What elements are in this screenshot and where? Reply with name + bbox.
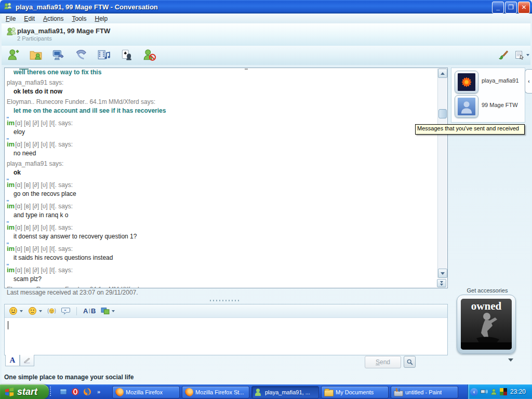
message-text-line: go on the recovs place [14, 190, 436, 198]
share-files-icon [29, 48, 43, 62]
message-sender-line: im[α] [ʙ] [∂] [υ] [ℓ[. says: [7, 180, 436, 190]
scroll-down-button[interactable] [438, 269, 447, 278]
participant-name: 99 Mage FTW [482, 102, 518, 108]
menu-tools[interactable]: Tools [68, 15, 90, 23]
wink-picker-button[interactable] [28, 307, 42, 315]
display-picture-menu-arrow[interactable] [508, 358, 513, 362]
participant-name: playa_mafia91 [482, 77, 519, 84]
quick-launch-overflow-button[interactable]: » [97, 389, 100, 395]
message-text-line: well theres one way to fix this [14, 68, 436, 77]
taskbar-button[interactable]: playa_mafia91, ... [251, 386, 319, 398]
jump-to-latest-button[interactable] [437, 279, 446, 287]
add-contact-icon [7, 48, 20, 62]
add-contact-button[interactable] [5, 47, 22, 63]
search-button[interactable] [404, 356, 416, 368]
display-picture: owned [461, 299, 512, 350]
media-icon [97, 48, 111, 62]
background-picker-button[interactable] [101, 307, 115, 315]
taskbar-button[interactable]: Mozilla Firefox St... [182, 386, 249, 398]
im-logo-icon: im [7, 223, 15, 231]
firefox-icon[interactable] [83, 388, 91, 396]
taskbar-button-label: Mozilla Firefox [126, 389, 163, 395]
voice-clip-button[interactable] [61, 307, 70, 315]
message-text-line: eloy [14, 128, 436, 137]
nudge-button[interactable] [47, 307, 56, 315]
video-call-button[interactable] [49, 47, 67, 63]
menu-actions[interactable]: Actions [39, 15, 68, 23]
taskbar-tasks: Mozilla FirefoxMozilla Firefox St...play… [112, 386, 458, 398]
message-text-line: and type in ranq k o [14, 211, 436, 220]
change-colors-button[interactable] [494, 47, 512, 63]
media-button[interactable] [95, 47, 113, 63]
display-picture-frame[interactable]: owned [457, 295, 516, 354]
messenger-conversation-window: playa_mafia91, 99 Mage FTW - Conversatio… [0, 0, 532, 399]
chat-history-panel: well theres one way to fix thisplaya_maf… [4, 68, 448, 288]
flower-avatar-image [457, 73, 476, 91]
owned-caption: owned [461, 300, 512, 313]
messenger-tray-icon[interactable] [490, 388, 498, 396]
menu-help[interactable]: Help [90, 15, 112, 23]
last-message-status: Last message received at 23:07 on 29/11/… [7, 289, 138, 296]
menu-file[interactable]: File [2, 15, 20, 23]
im-logo-icon: im [7, 119, 15, 127]
title-bar: playa_mafia91, 99 Mage FTW - Conversatio… [0, 0, 532, 14]
avatar[interactable] [455, 95, 478, 118]
panel-splitter[interactable] [4, 298, 447, 302]
chevron-left-icon: ‹ [473, 389, 475, 395]
network-monitor-icon[interactable] [480, 388, 488, 396]
message-text-line: scam plz? [14, 275, 436, 284]
scroll-up-button[interactable] [438, 69, 447, 78]
message-sender-line: im[α] [ʙ] [∂] [υ] [ℓ[. says: [7, 140, 436, 149]
voice-clip-icon [61, 307, 70, 315]
splitter-handle[interactable] [210, 300, 241, 301]
message-text-line: it doenst say answer to recovery questio… [14, 232, 436, 241]
message-sender-line: im[α] [ʙ] [∂] [υ] [ℓ[. says: [7, 223, 436, 232]
sidebar-collapse-button[interactable]: ‹ [525, 69, 532, 94]
block-contact-button[interactable] [141, 47, 158, 63]
send-button[interactable]: Send [365, 356, 401, 368]
games-button[interactable] [118, 47, 136, 63]
conversation-header: playa_mafia91, 99 Mage FTW 2 Participant… [2, 23, 530, 46]
smiley-icon [9, 307, 18, 315]
message-layout-button[interactable] [511, 47, 532, 63]
paint-icon [394, 391, 403, 396]
im-logo-icon: im [7, 181, 15, 189]
avatar[interactable] [455, 71, 478, 94]
taskbar-button-label: My Documents [336, 389, 374, 395]
opera-icon[interactable] [71, 388, 79, 396]
menu-edit[interactable]: Edit [20, 15, 39, 23]
taskbar-button[interactable]: My Documents [321, 386, 389, 398]
restore-button[interactable]: ❐ [505, 2, 517, 14]
get-accessories-link[interactable]: Get accessories [451, 287, 524, 294]
message-text-line: ok lets do it now [14, 87, 436, 96]
font-button[interactable]: AIB [83, 307, 96, 315]
magnifier-icon [406, 358, 414, 366]
call-button[interactable] [72, 47, 90, 63]
pen-icon [23, 357, 31, 364]
start-button[interactable]: start [0, 384, 49, 399]
handwriting-mode-tab[interactable] [20, 355, 34, 366]
chevron-left-icon: ‹ [528, 78, 529, 84]
divider [76, 307, 77, 315]
chevron-down-icon [526, 54, 529, 56]
share-files-button[interactable] [27, 47, 45, 63]
participants-icon [6, 26, 17, 38]
emoticon-picker-button[interactable] [9, 307, 23, 315]
hide-tray-icons-button[interactable]: ‹ [470, 388, 478, 396]
message-input[interactable] [5, 318, 447, 354]
chat-messages: well theres one way to fix thisplaya_maf… [5, 68, 436, 288]
taskbar-button[interactable]: Mozilla Firefox [112, 386, 180, 398]
taskbar-button[interactable]: untitled - Paint [391, 386, 458, 398]
default-avatar-image [457, 98, 476, 115]
message-layout-icon [514, 49, 525, 61]
app-window-icon[interactable] [59, 388, 68, 396]
background-icon [101, 307, 110, 315]
text-mode-tab[interactable]: A [5, 355, 20, 366]
message-composer: AIB [4, 304, 448, 355]
close-button[interactable]: ✕ [518, 2, 530, 14]
block-contact-icon [143, 48, 156, 62]
minimize-button[interactable]: _ [492, 2, 504, 14]
display-settings-tray-icon[interactable] [500, 388, 507, 395]
scrollbar-thumb[interactable] [438, 109, 447, 118]
chat-scrollbar[interactable] [437, 69, 447, 278]
